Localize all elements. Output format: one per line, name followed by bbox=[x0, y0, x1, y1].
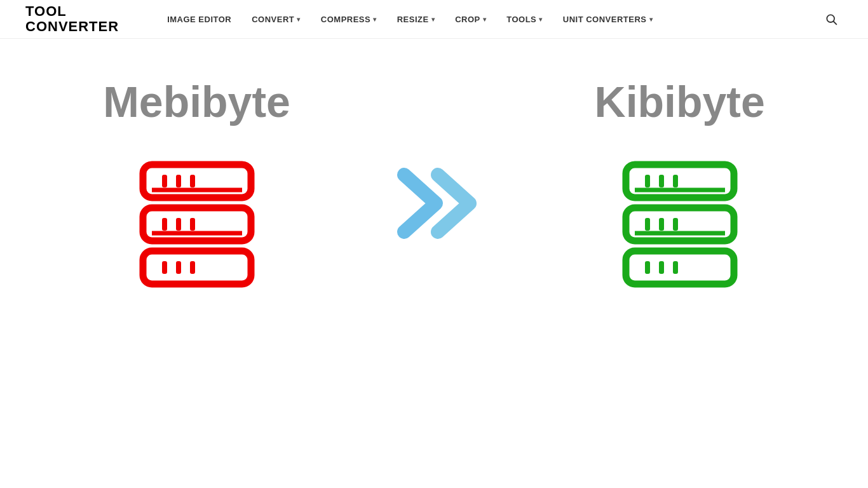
svg-rect-9 bbox=[176, 218, 181, 231]
svg-line-1 bbox=[834, 22, 837, 25]
svg-rect-15 bbox=[190, 261, 195, 274]
main-nav: IMAGE EDITOR CONVERT ▾ COMPRESS ▾ RESIZE… bbox=[157, 0, 820, 39]
svg-rect-27 bbox=[645, 261, 650, 274]
svg-rect-28 bbox=[659, 261, 664, 274]
svg-rect-19 bbox=[673, 175, 678, 187]
nav-item-resize[interactable]: RESIZE ▾ bbox=[387, 0, 445, 39]
mebibyte-database-icon bbox=[124, 152, 270, 298]
svg-rect-8 bbox=[162, 218, 167, 231]
svg-rect-29 bbox=[673, 261, 678, 274]
chevron-down-icon: ▾ bbox=[539, 16, 543, 23]
chevron-down-icon: ▾ bbox=[373, 16, 377, 23]
svg-rect-13 bbox=[162, 261, 167, 274]
nav-item-image-editor[interactable]: IMAGE EDITOR bbox=[157, 0, 241, 39]
conversion-arrow bbox=[395, 162, 490, 245]
nav-item-unit-converters[interactable]: UNIT CONVERTERS ▾ bbox=[553, 0, 663, 39]
double-chevron-icon bbox=[395, 162, 490, 245]
svg-rect-17 bbox=[645, 175, 650, 187]
chevron-down-icon: ▾ bbox=[649, 16, 653, 23]
search-icon bbox=[825, 13, 837, 25]
logo-line2: CONVERTER bbox=[25, 19, 119, 34]
nav-item-convert[interactable]: CONVERT ▾ bbox=[241, 0, 311, 39]
svg-rect-23 bbox=[659, 218, 664, 231]
from-unit-title: Mebibyte bbox=[103, 77, 290, 126]
svg-rect-16 bbox=[626, 165, 734, 198]
chevron-down-icon: ▾ bbox=[297, 16, 301, 23]
svg-rect-4 bbox=[176, 175, 181, 187]
nav-item-crop[interactable]: CROP ▾ bbox=[445, 0, 496, 39]
from-unit-block: Mebibyte bbox=[103, 77, 290, 298]
svg-rect-22 bbox=[645, 218, 650, 231]
svg-rect-3 bbox=[162, 175, 167, 187]
to-unit-block: Kibibyte bbox=[595, 77, 765, 298]
header: TOOL CONVERTER IMAGE EDITOR CONVERT ▾ CO… bbox=[0, 0, 868, 39]
logo[interactable]: TOOL CONVERTER bbox=[25, 4, 119, 34]
chevron-down-icon: ▾ bbox=[431, 16, 435, 23]
nav-item-tools[interactable]: TOOLS ▾ bbox=[496, 0, 553, 39]
svg-rect-18 bbox=[659, 175, 664, 187]
svg-rect-10 bbox=[190, 218, 195, 231]
main-content: Mebibyte bbox=[0, 39, 868, 298]
logo-line1: TOOL bbox=[25, 4, 119, 19]
svg-rect-12 bbox=[143, 251, 251, 284]
kibibyte-database-icon bbox=[607, 152, 753, 298]
svg-rect-14 bbox=[176, 261, 181, 274]
svg-rect-2 bbox=[143, 165, 251, 198]
svg-rect-5 bbox=[190, 175, 195, 187]
svg-rect-7 bbox=[143, 208, 251, 241]
svg-rect-21 bbox=[626, 208, 734, 241]
chevron-down-icon: ▾ bbox=[483, 16, 487, 23]
to-unit-title: Kibibyte bbox=[595, 77, 765, 126]
svg-rect-24 bbox=[673, 218, 678, 231]
search-button[interactable] bbox=[820, 8, 843, 30]
nav-item-compress[interactable]: COMPRESS ▾ bbox=[311, 0, 387, 39]
svg-rect-26 bbox=[626, 251, 734, 284]
